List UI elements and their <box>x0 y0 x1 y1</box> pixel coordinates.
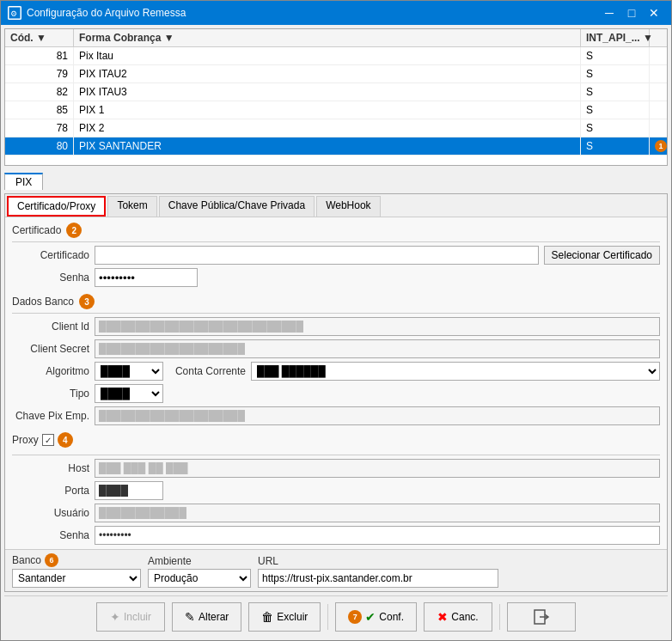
row-forma: PIX 1 <box>74 101 581 119</box>
porta-label: Porta <box>12 485 89 497</box>
url-input[interactable]: https://trust-pix.santander.com.br <box>258 569 498 588</box>
tab-tokem[interactable]: Tokem <box>107 196 156 217</box>
table-row[interactable]: 82 PIX ITAU3 S <box>5 83 667 101</box>
proxy-section: Proxy 4 Host Porta <box>12 432 660 545</box>
certificado-label: Certificado <box>12 249 89 261</box>
banco-field: Banco 6 Santander <box>12 553 141 588</box>
tab-pix[interactable]: PIX <box>4 173 43 190</box>
tab-webhook[interactable]: WebHook <box>316 196 380 217</box>
senha-cert-label: Senha <box>12 272 89 284</box>
col-forma[interactable]: Forma Cobrança ▼ <box>74 29 581 46</box>
table-row[interactable]: 79 PIX ITAU2 S <box>5 65 667 83</box>
bottom-section: Banco 6 Santander Ambiente Produção <box>5 549 667 591</box>
tipo-label: Tipo <box>12 388 89 400</box>
alterar-button[interactable]: ✎ Alterar <box>172 602 241 632</box>
col-api[interactable]: INT_API_... ▼ <box>581 29 650 46</box>
window-title: Configuração do Arquivo Remessa <box>27 7 186 19</box>
proxy-label: Proxy <box>12 434 39 446</box>
alterar-icon: ✎ <box>185 610 195 624</box>
data-table: Cód. ▼ Forma Cobrança ▼ INT_API_... ▼ 81… <box>4 28 668 166</box>
client-secret-input[interactable] <box>95 339 660 358</box>
chave-pix-row: Chave Pix Emp. <box>12 406 660 425</box>
usuario-row: Usuário <box>12 504 660 522</box>
excluir-icon: 🗑 <box>261 610 273 624</box>
row-api: S <box>581 83 650 101</box>
row-extra: 1 <box>650 137 667 155</box>
usuario-input[interactable] <box>95 504 660 522</box>
exit-icon <box>533 608 550 626</box>
close-button[interactable]: ✕ <box>644 4 664 21</box>
conta-corrente-select[interactable]: ███ ██████ <box>251 362 660 381</box>
row-forma: Pix Itau <box>74 47 581 64</box>
table-row[interactable]: 78 PIX 2 S <box>5 119 667 137</box>
title-bar: ⚙ Configuração do Arquivo Remessa ─ □ ✕ <box>1 1 671 25</box>
banco-bottom-label: Banco 6 <box>12 553 141 567</box>
main-panel: Certificado/Proxy Tokem Chave Pública/Ch… <box>4 193 668 592</box>
host-input[interactable] <box>95 459 660 478</box>
chave-pix-input[interactable] <box>95 406 660 425</box>
banco-select[interactable]: Santander <box>12 569 141 588</box>
senha-proxy-row: Senha <box>12 526 660 545</box>
row-extra <box>650 83 667 101</box>
table-header: Cód. ▼ Forma Cobrança ▼ INT_API_... ▼ <box>5 29 667 47</box>
row-extra <box>650 119 667 137</box>
sub-tabs: Certificado/Proxy Tokem Chave Pública/Ch… <box>5 194 667 217</box>
table-row-selected[interactable]: 80 PIX SANTANDER S 1 <box>5 137 667 156</box>
tab-certificado-proxy[interactable]: Certificado/Proxy <box>7 196 106 217</box>
minimize-button[interactable]: ─ <box>599 4 620 21</box>
canc-x-icon: ✖ <box>437 610 448 624</box>
selecionar-certificado-button[interactable]: Selecionar Certificado <box>544 246 660 265</box>
action-bar: ✦ Incluir ✎ Alterar 🗑 Excluir 7 ✔ Conf. … <box>4 595 668 637</box>
ambiente-select[interactable]: Produção <box>148 569 251 588</box>
banco-badge: 6 <box>45 553 58 567</box>
senha-cert-input[interactable] <box>95 268 198 287</box>
proxy-header-row: Proxy 4 <box>12 432 660 451</box>
algoritmo-row: Algoritmo ████ Conta Corrente ███ ██████ <box>12 362 660 381</box>
canc-button[interactable]: ✖ Canc. <box>424 602 492 632</box>
client-secret-row: Client Secret <box>12 339 660 358</box>
senha-proxy-input[interactable] <box>95 526 660 545</box>
porta-row: Porta <box>12 481 660 500</box>
certificado-input[interactable] <box>95 246 539 265</box>
conf-button[interactable]: 7 ✔ Conf. <box>335 602 417 632</box>
row-api: S <box>581 101 650 119</box>
conf-check-icon: ✔ <box>365 610 376 624</box>
proxy-badge: 4 <box>58 432 73 448</box>
row-cod: 80 <box>5 137 74 155</box>
tab-chave-publica[interactable]: Chave Pública/Chave Privada <box>159 196 315 217</box>
proxy-checkbox[interactable] <box>42 434 54 446</box>
dados-banco-badge: 3 <box>79 294 95 309</box>
ambiente-field: Ambiente Produção <box>148 555 251 588</box>
main-window: ⚙ Configuração do Arquivo Remessa ─ □ ✕ … <box>0 0 672 641</box>
client-id-input[interactable] <box>95 317 660 336</box>
row-api: S <box>581 119 650 137</box>
table-row[interactable]: 85 PIX 1 S <box>5 101 667 119</box>
host-label: Host <box>12 462 89 474</box>
app-icon: ⚙ <box>8 6 21 20</box>
row-forma: PIX 2 <box>74 119 581 137</box>
exit-button[interactable] <box>507 602 576 632</box>
row-cod: 81 <box>5 47 74 64</box>
certificado-row: Certificado Selecionar Certificado <box>12 246 660 265</box>
col-cod[interactable]: Cód. ▼ <box>5 29 74 46</box>
col-extra <box>650 29 667 46</box>
incluir-button[interactable]: ✦ Incluir <box>96 602 165 632</box>
algoritmo-select[interactable]: ████ <box>95 362 163 381</box>
porta-input[interactable] <box>95 481 163 500</box>
row-api: S <box>581 65 650 82</box>
row-cod: 78 <box>5 119 74 137</box>
title-bar-controls: ─ □ ✕ <box>599 4 664 21</box>
maximize-button[interactable]: □ <box>621 4 642 21</box>
dados-banco-header: Dados Banco 3 <box>12 294 660 309</box>
action-divider-2 <box>499 604 500 630</box>
panel-content: Certificado 2 Certificado Selecionar Cer… <box>5 217 667 549</box>
url-label: URL <box>258 555 498 567</box>
excluir-button[interactable]: 🗑 Excluir <box>248 602 321 632</box>
tipo-select[interactable]: ████ <box>95 384 163 403</box>
usuario-label: Usuário <box>12 507 89 519</box>
table-row[interactable]: 81 Pix Itau S <box>5 47 667 65</box>
certificado-title: Certificado <box>12 224 61 236</box>
conf-badge: 7 <box>348 610 362 624</box>
ambiente-label: Ambiente <box>148 555 251 567</box>
certificado-section: Certificado 2 Certificado Selecionar Cer… <box>12 223 660 287</box>
